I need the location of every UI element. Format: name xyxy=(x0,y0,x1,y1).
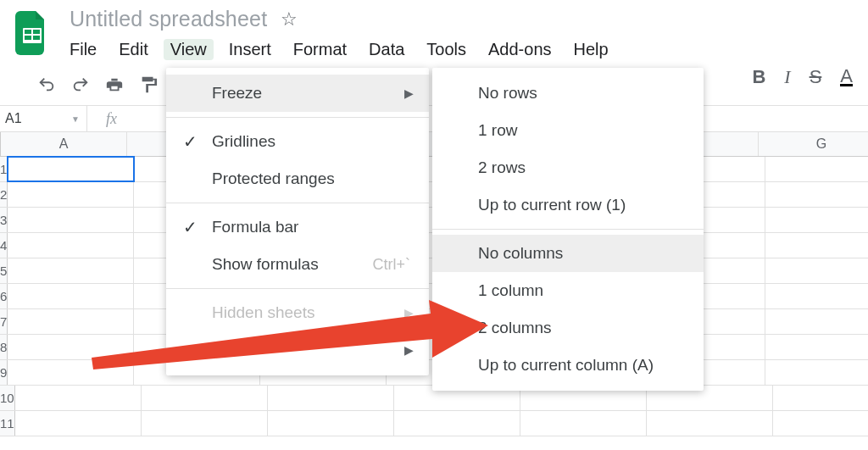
menu-help[interactable]: Help xyxy=(574,40,609,59)
menu-item-label: Up to current column (A) xyxy=(478,356,654,375)
cell[interactable] xyxy=(773,411,868,436)
menu-item-label: Zoom xyxy=(212,341,253,359)
cell[interactable] xyxy=(8,208,134,232)
cell[interactable] xyxy=(765,208,868,232)
freeze-submenu: No rows 1 row 2 rows Up to current row (… xyxy=(432,68,704,391)
menu-item-label: Show formulas xyxy=(212,255,319,274)
row-header[interactable]: 11 xyxy=(0,411,15,436)
menu-format[interactable]: Format xyxy=(293,40,347,59)
cell[interactable] xyxy=(765,335,868,359)
cell[interactable] xyxy=(8,182,134,207)
menu-item-label: 2 rows xyxy=(478,158,526,177)
row-header[interactable]: 4 xyxy=(0,233,8,258)
cell[interactable] xyxy=(647,411,773,436)
view-dropdown: Freeze ▶ ✓ Gridlines Protected ranges ✓ … xyxy=(166,68,429,375)
cell[interactable] xyxy=(142,386,268,410)
freeze-no-columns[interactable]: No columns xyxy=(432,235,704,272)
chevron-down-icon: ▼ xyxy=(71,114,80,124)
cell[interactable] xyxy=(765,284,868,308)
cell[interactable] xyxy=(765,360,868,385)
menu-item-label: Protected ranges xyxy=(212,169,335,188)
cell[interactable] xyxy=(394,411,520,436)
menu-divider xyxy=(166,288,429,289)
menu-item-gridlines[interactable]: ✓ Gridlines xyxy=(166,123,429,160)
row-header[interactable]: 2 xyxy=(0,182,8,207)
menu-item-hidden-sheets: Hidden sheets ▶ xyxy=(166,294,429,331)
row-header[interactable]: 6 xyxy=(0,284,8,308)
row-header[interactable]: 5 xyxy=(0,258,8,283)
menu-item-show-formulas[interactable]: Show formulas Ctrl+` xyxy=(166,246,429,283)
menu-item-label: 1 column xyxy=(478,281,543,300)
menu-item-label: Hidden sheets xyxy=(212,303,314,322)
row-header[interactable]: 8 xyxy=(0,335,8,359)
menu-item-freeze[interactable]: Freeze ▶ xyxy=(166,75,429,112)
fx-label: fx xyxy=(87,110,117,128)
name-box[interactable]: A1 ▼ xyxy=(0,106,87,131)
row-header[interactable]: 10 xyxy=(0,386,15,410)
strike-button[interactable]: S xyxy=(810,66,822,88)
check-icon: ✓ xyxy=(183,217,198,237)
cell[interactable] xyxy=(8,157,134,181)
svg-rect-2 xyxy=(33,30,40,34)
freeze-1-column[interactable]: 1 column xyxy=(432,272,704,309)
cell[interactable] xyxy=(765,157,868,181)
menubar: File Edit View Insert Format Data Tools … xyxy=(70,40,609,59)
menu-addons[interactable]: Add-ons xyxy=(488,40,552,59)
star-icon[interactable]: ☆ xyxy=(281,8,298,31)
cell[interactable] xyxy=(765,258,868,283)
svg-rect-1 xyxy=(25,30,31,34)
menu-item-protected-ranges[interactable]: Protected ranges xyxy=(166,160,429,197)
undo-icon[interactable] xyxy=(36,74,58,96)
menu-item-label: Up to current row (1) xyxy=(478,196,626,214)
menu-tools[interactable]: Tools xyxy=(426,40,466,59)
text-color-button[interactable]: A xyxy=(840,69,853,86)
freeze-up-to-column[interactable]: Up to current column (A) xyxy=(432,347,704,384)
column-header[interactable]: A xyxy=(1,132,127,156)
menu-item-formula-bar[interactable]: ✓ Formula bar xyxy=(166,208,429,246)
cell[interactable] xyxy=(268,386,394,410)
cell[interactable] xyxy=(15,411,142,436)
freeze-2-rows[interactable]: 2 rows xyxy=(432,149,704,186)
cell[interactable] xyxy=(8,360,134,385)
menu-item-zoom[interactable]: Zoom ▶ xyxy=(166,331,429,369)
menu-item-label: 2 columns xyxy=(478,319,552,337)
row-header[interactable]: 1 xyxy=(0,157,8,181)
row-header[interactable]: 3 xyxy=(0,208,8,232)
cell[interactable] xyxy=(8,309,134,334)
bold-button[interactable]: B xyxy=(752,66,765,88)
menu-file[interactable]: File xyxy=(70,40,97,59)
redo-icon[interactable] xyxy=(70,74,92,96)
menu-item-label: Formula bar xyxy=(212,218,298,236)
cell[interactable] xyxy=(765,233,868,258)
cell[interactable] xyxy=(765,309,868,334)
menu-data[interactable]: Data xyxy=(369,40,404,59)
cell[interactable] xyxy=(142,411,268,436)
italic-button[interactable]: I xyxy=(784,66,790,88)
freeze-2-columns[interactable]: 2 columns xyxy=(432,309,704,347)
cell[interactable] xyxy=(8,233,134,258)
row-header[interactable]: 7 xyxy=(0,309,8,334)
cell[interactable] xyxy=(8,258,134,283)
cell[interactable] xyxy=(773,386,868,410)
cell[interactable] xyxy=(8,284,134,308)
cell[interactable] xyxy=(268,411,394,436)
menu-view[interactable]: View xyxy=(164,39,214,60)
print-icon[interactable] xyxy=(103,74,125,96)
svg-rect-3 xyxy=(25,36,31,40)
freeze-1-row[interactable]: 1 row xyxy=(432,112,704,149)
column-header[interactable]: G xyxy=(759,132,868,156)
cell[interactable] xyxy=(15,386,142,410)
freeze-up-to-row[interactable]: Up to current row (1) xyxy=(432,186,704,224)
cell[interactable] xyxy=(8,335,134,359)
paint-format-icon[interactable] xyxy=(137,74,159,96)
freeze-no-rows[interactable]: No rows xyxy=(432,75,704,112)
cell[interactable] xyxy=(765,182,868,207)
row-header[interactable]: 9 xyxy=(0,360,8,385)
cell[interactable] xyxy=(520,411,647,436)
submenu-arrow-icon: ▶ xyxy=(404,86,414,100)
menu-edit[interactable]: Edit xyxy=(119,40,147,59)
grid-row: 11 xyxy=(0,411,868,436)
menu-insert[interactable]: Insert xyxy=(229,40,271,59)
menu-item-label: No rows xyxy=(478,84,537,103)
doc-title[interactable]: Untitled spreadsheet xyxy=(70,7,267,31)
